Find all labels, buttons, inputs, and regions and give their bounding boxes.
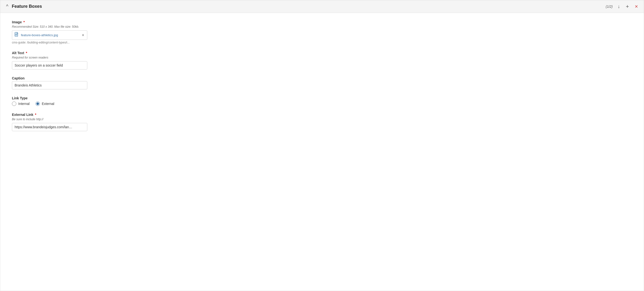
radio-external-label: External xyxy=(42,102,54,106)
alt-text-required-marker: * xyxy=(25,51,27,55)
feature-boxes-panel: ^ Feature Boxes (1/2) ↓ + × Image * Reco… xyxy=(0,0,644,291)
file-icon xyxy=(14,32,19,38)
radio-internal[interactable] xyxy=(12,101,16,106)
add-button[interactable]: + xyxy=(625,3,630,10)
image-sub-hint: cms-guide: /building-editing/content-typ… xyxy=(12,41,632,44)
radio-option-external[interactable]: External xyxy=(36,101,54,106)
radio-internal-label: Internal xyxy=(18,102,30,106)
alt-text-field-group: Alt Text * Required for screen readers xyxy=(12,51,632,69)
external-link-hint: Be sure to include http:// xyxy=(12,118,632,121)
close-button[interactable]: × xyxy=(634,2,639,11)
radio-external[interactable] xyxy=(36,101,40,106)
file-input-row: feature-boxes-athletics.jpg × xyxy=(12,30,87,40)
file-name: feature-boxes-athletics.jpg xyxy=(21,33,80,37)
header-left: ^ Feature Boxes xyxy=(5,3,42,10)
download-button[interactable]: ↓ xyxy=(616,3,621,10)
link-type-label: Link Type xyxy=(12,96,632,100)
file-remove-button[interactable]: × xyxy=(82,33,85,37)
radio-option-internal[interactable]: Internal xyxy=(12,101,30,106)
header-right: (1/2) ↓ + × xyxy=(606,2,639,11)
image-required-marker: * xyxy=(22,20,24,24)
alt-text-label: Alt Text * xyxy=(12,51,632,55)
alt-text-input[interactable] xyxy=(12,61,87,69)
external-link-input[interactable] xyxy=(12,123,87,131)
panel-body: Image * Recommended Size: 510 x 340. Max… xyxy=(0,13,644,145)
pagination-text: (1/2) xyxy=(606,4,613,8)
collapse-button[interactable]: ^ xyxy=(5,3,9,10)
image-hint: Recommended Size: 510 x 340. Max file si… xyxy=(12,25,632,28)
link-type-field-group: Link Type Internal External xyxy=(12,96,632,106)
image-field-group: Image * Recommended Size: 510 x 340. Max… xyxy=(12,20,632,44)
external-link-label: External Link * xyxy=(12,113,632,117)
radio-group: Internal External xyxy=(12,101,632,106)
external-link-required-marker: * xyxy=(34,113,36,117)
caption-label: Caption xyxy=(12,76,632,80)
alt-text-hint: Required for screen readers xyxy=(12,56,632,59)
image-label: Image * xyxy=(12,20,632,24)
caption-input[interactable] xyxy=(12,81,87,89)
panel-title: Feature Boxes xyxy=(12,4,42,9)
panel-header: ^ Feature Boxes (1/2) ↓ + × xyxy=(0,0,644,13)
external-link-field-group: External Link * Be sure to include http:… xyxy=(12,113,632,131)
caption-field-group: Caption xyxy=(12,76,632,89)
plus-icon: + xyxy=(626,4,629,9)
